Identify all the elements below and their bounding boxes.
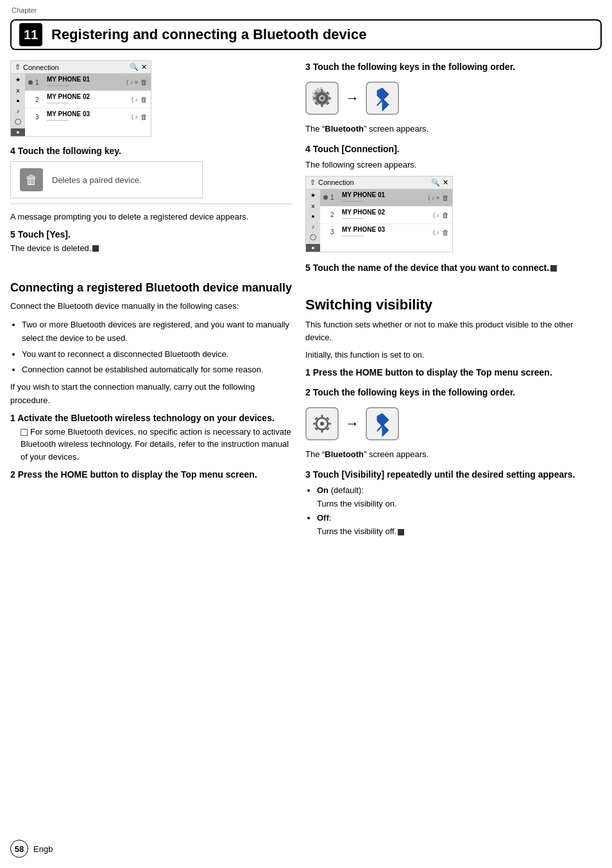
- right-column: 3 Touch the following keys in the follow…: [305, 50, 602, 545]
- search-icon-2[interactable]: 🔍: [431, 178, 440, 187]
- svg-rect-15: [321, 415, 323, 418]
- device-capability-icons: ( ♪: [132, 114, 138, 120]
- on-off-list: On (default): Turns the visibility on. O…: [317, 484, 602, 539]
- svg-rect-5: [313, 98, 316, 100]
- step-1-connect-sub: For some Bluetooth devices, no specific …: [21, 426, 293, 464]
- connect-body-text: Connect the Bluetooth device manually in…: [10, 300, 293, 313]
- step-4-left: 4 Touch the following key. 🗑 Deletes a p…: [10, 146, 293, 204]
- checkbox-icon: [21, 429, 28, 436]
- step-5-left: 5 Touch [Yes]. The device is deleted.: [10, 229, 293, 255]
- stop-icon-3: [398, 529, 404, 535]
- svg-rect-3: [321, 89, 323, 92]
- device-nav-1: ★ 𝗑 ● ♪ ◯ ●: [11, 74, 25, 136]
- chapter-label: Chapter: [12, 6, 37, 14]
- nav-circle[interactable]: ◯: [15, 118, 21, 125]
- svg-rect-17: [313, 422, 316, 424]
- list-item: You want to reconnect a disconnected Blu…: [22, 348, 293, 361]
- connect-bullet-list: Two or more Bluetooth devices are regist…: [22, 318, 293, 377]
- delete-icon-4[interactable]: 🗑: [442, 229, 449, 236]
- chapter-header: 11 Registering and connecting a Bluetoot…: [10, 19, 602, 50]
- list-item[interactable]: 2 MY PHONE 02 ────── ( ♪ 🗑: [320, 207, 452, 224]
- nav-circle-2[interactable]: ◯: [310, 234, 316, 240]
- list-item[interactable]: 3 MY PHONE 03 ────── ( ♪ 🗑: [25, 108, 151, 125]
- delete-icon-3[interactable]: 🗑: [442, 211, 449, 219]
- step-5-heading: 5 Touch [Yes].: [10, 229, 293, 239]
- delete-icon[interactable]: 🗑: [140, 113, 148, 121]
- sw-step-3: 3 Touch [Visibility] repeatedly until th…: [305, 468, 602, 539]
- key-description: Deletes a paired device.: [52, 175, 141, 185]
- device-list-header-icons-2: 🔍 ✕: [431, 178, 448, 187]
- device-capability-icons-2: ( ♪ ≡: [428, 195, 439, 201]
- list-item[interactable]: 3 MY PHONE 03 ────── ( ♪ 🗑: [320, 224, 452, 241]
- device-capability-icons-3: ( ♪: [433, 229, 439, 236]
- stop-icon: [92, 245, 99, 252]
- key-sequence-1: →: [305, 82, 602, 115]
- header-wrap: Chapter 11 Registering and connecting a …: [0, 0, 612, 50]
- chapter-number: 11: [19, 23, 42, 46]
- delete-icon[interactable]: 🗑: [140, 96, 148, 103]
- on-label: On: [317, 485, 328, 495]
- key-illustration: 🗑 Deletes a paired device.: [10, 161, 203, 198]
- stop-icon-2: [550, 265, 557, 272]
- arrow-icon-1: →: [345, 90, 359, 107]
- device-list-header-icons-1: 🔍 ✕: [130, 63, 147, 71]
- active-dot-2: [323, 195, 328, 200]
- delete-icon[interactable]: 🗑: [140, 78, 148, 86]
- off-item: Off: Turns the visibility off.: [317, 512, 602, 539]
- upload-icon: ⇧: [15, 63, 21, 71]
- step-1-connect-heading: 1 Activate the Bluetooth wireless techno…: [10, 413, 293, 423]
- nav-audio[interactable]: ♪: [17, 108, 20, 114]
- delete-icon-2[interactable]: 🗑: [442, 194, 449, 202]
- nav-media-2[interactable]: ●: [311, 213, 314, 220]
- nav-audio-2[interactable]: ♪: [312, 223, 315, 230]
- page-number: 58: [10, 840, 28, 858]
- step-5-right: 5 Touch the name of the device that you …: [305, 261, 602, 275]
- nav-star[interactable]: ★: [15, 76, 21, 83]
- close-icon-2[interactable]: ✕: [443, 178, 448, 187]
- gear-icon-2: [305, 407, 339, 440]
- connecting-section-heading: Connecting a registered Bluetooth device…: [10, 281, 293, 295]
- close-icon[interactable]: ✕: [141, 63, 147, 71]
- step-3-right: 3 Touch the following keys in the follow…: [305, 60, 602, 136]
- step-5-text: The device is deleted.: [10, 242, 293, 255]
- nav-bt[interactable]: ●: [11, 128, 25, 136]
- arrow-icon-2: →: [345, 415, 359, 432]
- page-footer: 58 Engb: [10, 840, 53, 858]
- device-nav-2: ★ 𝗑 ● ♪ ◯ ●: [306, 189, 320, 252]
- list-item[interactable]: 1 MY PHONE 01 ────── ( ♪ ≡ 🗑: [320, 189, 452, 207]
- nav-phone-2[interactable]: 𝗑: [311, 202, 315, 209]
- divider-1: [10, 204, 293, 204]
- sw-step-1-heading: 1 Press the HOME button to display the T…: [305, 366, 602, 379]
- active-dot: [28, 80, 33, 85]
- svg-rect-16: [321, 430, 323, 433]
- nav-bt-2[interactable]: ●: [306, 244, 320, 252]
- svg-rect-6: [328, 98, 331, 100]
- step-2-connect-heading: 2 Press the HOME button to display the T…: [10, 469, 293, 480]
- gear-icon: [305, 82, 339, 115]
- step-4-right-sub: The following screen appears.: [305, 159, 602, 172]
- switch-body-2: Initially, this function is set to on.: [305, 349, 602, 362]
- step-1-connect: 1 Activate the Bluetooth wireless techno…: [10, 413, 293, 464]
- step-2-connect: 2 Press the HOME button to display the T…: [10, 469, 293, 480]
- nav-star-2[interactable]: ★: [310, 192, 316, 198]
- nav-media[interactable]: ●: [16, 98, 19, 104]
- device-list-1: ⇧ Connection 🔍 ✕ ★ 𝗑 ● ♪ ◯ ●: [10, 60, 151, 137]
- step-3-right-heading: 3 Touch the following keys in the follow…: [305, 60, 602, 74]
- list-item[interactable]: 2 MY PHONE 02 ────── ( ♪ 🗑: [25, 91, 151, 108]
- step-5-right-heading: 5 Touch the name of the device that you …: [305, 261, 602, 275]
- svg-point-2: [321, 97, 324, 100]
- list-item: Connection cannot be established automat…: [22, 363, 293, 377]
- if-text: If you wish to start the connection manu…: [10, 381, 293, 408]
- bluetooth-label-1: Bluetooth: [325, 124, 364, 134]
- svg-rect-4: [321, 104, 323, 107]
- off-label: Off: [317, 513, 329, 523]
- step-4-right-heading: 4 Touch [Connection].: [305, 143, 602, 156]
- sw-step-2: 2 Touch the following keys in the follow…: [305, 386, 602, 462]
- nav-phone[interactable]: 𝗑: [16, 87, 20, 94]
- left-column: ⇧ Connection 🔍 ✕ ★ 𝗑 ● ♪ ◯ ●: [10, 50, 293, 545]
- search-icon[interactable]: 🔍: [130, 63, 139, 71]
- switching-section-heading: Switching visibility: [305, 297, 602, 313]
- chapter-title: Registering and connecting a Bluetooth d…: [51, 26, 366, 43]
- list-item[interactable]: 1 MY PHONE 01 ────── ( ♪ ≡ 🗑: [25, 74, 151, 91]
- device-rows-2: 1 MY PHONE 01 ────── ( ♪ ≡ 🗑 2: [320, 189, 452, 252]
